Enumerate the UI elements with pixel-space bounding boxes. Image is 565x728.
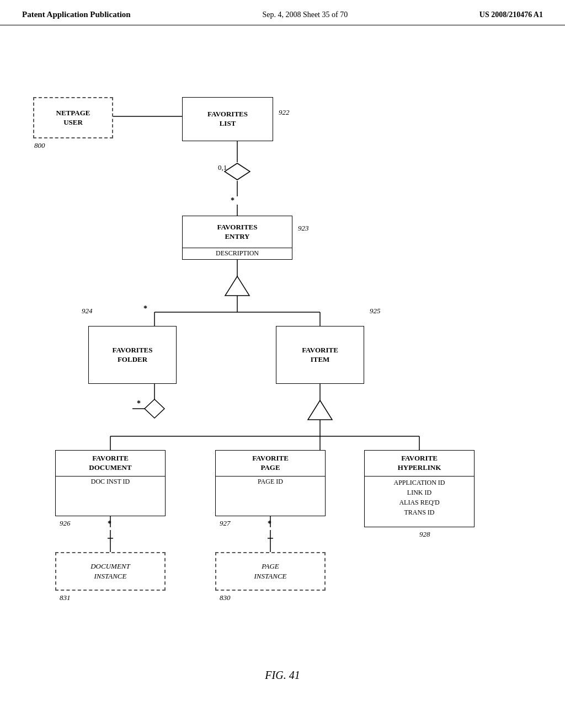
ref-925: 925: [370, 307, 381, 315]
favorite-page-box: FAVORITE PAGE PAGE ID: [215, 450, 326, 516]
favorite-hyperlink-sub: APPLICATION IDLINK IDALIAS REQ'DTRANS ID: [365, 476, 474, 518]
favorite-item-label: FAVORITE ITEM: [302, 346, 338, 365]
favorites-list-label: FAVORITES LIST: [207, 110, 248, 129]
svg-text:*: *: [137, 399, 141, 408]
svg-marker-5: [225, 276, 249, 296]
svg-text:*: *: [268, 520, 271, 528]
svg-marker-15: [308, 400, 332, 420]
svg-marker-11: [145, 399, 164, 418]
favorite-item-box: FAVORITE ITEM: [276, 326, 364, 384]
diamond-zero-one: [223, 162, 251, 181]
figure-label: FIG. 41: [265, 669, 300, 682]
svg-text:*: *: [231, 196, 234, 205]
svg-marker-31: [225, 163, 250, 180]
ref-927: 927: [220, 519, 231, 528]
ref-830: 830: [220, 593, 231, 602]
ref-800: 800: [34, 141, 45, 150]
page-instance-label: PAGE INSTANCE: [254, 561, 287, 581]
favorite-document-label: FAVORITE DOCUMENT: [89, 454, 131, 473]
ref-928: 928: [419, 530, 430, 539]
ref-922: 922: [279, 108, 290, 117]
ref-831: 831: [60, 593, 71, 602]
publication-label: Patent Application Publication: [22, 10, 131, 19]
document-instance-label: DOCUMENT INSTANCE: [90, 561, 130, 581]
netpage-user-label: NETPAGE USER: [56, 109, 90, 127]
favorite-page-label: FAVORITE PAGE: [252, 454, 289, 473]
favorite-hyperlink-label: FAVORITE HYPERLINK: [398, 454, 441, 473]
favorites-entry-box: FAVORITES ENTRY DESCRIPTION: [182, 216, 292, 260]
sheet-info: Sep. 4, 2008 Sheet 35 of 70: [262, 10, 348, 19]
page-header: Patent Application Publication Sep. 4, 2…: [0, 0, 565, 25]
favorite-hyperlink-box: FAVORITE HYPERLINK APPLICATION IDLINK ID…: [364, 450, 475, 527]
svg-text:*: *: [143, 304, 147, 313]
document-instance-box: DOCUMENT INSTANCE: [55, 552, 166, 591]
ref-924: 924: [82, 307, 93, 315]
netpage-user-box: NETPAGE USER: [33, 97, 113, 138]
favorites-entry-label: FAVORITES ENTRY: [217, 223, 258, 242]
favorites-list-box: FAVORITES LIST: [182, 97, 273, 141]
favorite-document-box: FAVORITE DOCUMENT DOC INST ID: [55, 450, 166, 516]
favorite-page-sub: PAGE ID: [216, 476, 325, 488]
ref-923: 923: [298, 224, 309, 233]
favorites-entry-description: DESCRIPTION: [183, 248, 292, 259]
patent-number: US 2008/210476 A1: [479, 10, 543, 19]
favorites-folder-label: FAVORITES FOLDER: [113, 346, 153, 365]
favorite-document-sub: DOC INST ID: [56, 476, 165, 488]
svg-text:*: *: [108, 520, 111, 528]
ref-926: 926: [60, 519, 71, 528]
page-instance-box: PAGE INSTANCE: [215, 552, 326, 591]
diagram-area: * * * * * NETPAGE USER 800 FAVORITES LI: [0, 25, 565, 704]
favorites-folder-box: FAVORITES FOLDER: [88, 326, 177, 384]
